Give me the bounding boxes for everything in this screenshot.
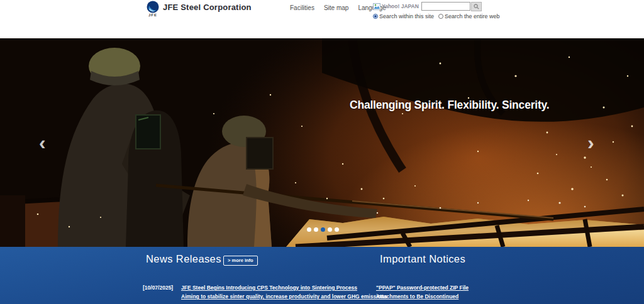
search-scope-label-web[interactable]: Search the entire web <box>445 13 500 19</box>
carousel-next-arrow[interactable]: › <box>587 133 594 153</box>
hero-headline: Challenging Spirit. Flexibility. Sinceri… <box>350 99 549 112</box>
jfe-globe-icon <box>147 1 159 13</box>
search-scope-radio-web[interactable] <box>438 14 443 19</box>
search-scope-radio-site[interactable] <box>373 14 378 19</box>
news-item-link-line1[interactable]: JFE Steel Begins Introducing CPS Technol… <box>181 283 387 292</box>
carousel-dot-5[interactable] <box>335 227 339 232</box>
notice-link-ppap[interactable]: "PPAP" Password-protected ZIP File Attac… <box>376 283 499 301</box>
hero-carousel: Challenging Spirit. Flexibility. Sinceri… <box>0 38 644 247</box>
company-name[interactable]: JFE Steel Corporation <box>163 3 252 12</box>
broken-image-icon <box>373 3 380 10</box>
news-item-link-line2[interactable]: Aiming to stabilize sinter quality, incr… <box>181 292 387 301</box>
sitemap-link[interactable]: Site map <box>324 4 348 11</box>
facilities-link[interactable]: Facilities <box>290 4 314 11</box>
news-and-notices-band: News Releases > more info [10/07/2025] J… <box>0 247 644 304</box>
carousel-prev-arrow[interactable]: ‹ <box>39 133 46 153</box>
search-input[interactable] <box>421 2 470 11</box>
more-info-button[interactable]: > more info <box>223 256 258 266</box>
search-scope-label-site[interactable]: Search within this site <box>379 13 434 19</box>
news-item: [10/07/2025] JFE Steel Begins Introducin… <box>143 283 387 301</box>
yahoo-japan-alt-text: Yahoo! JAPAN <box>382 3 419 9</box>
jfe-logo-text: JFE <box>147 13 159 17</box>
search-button[interactable] <box>471 2 482 11</box>
carousel-dot-2[interactable] <box>314 227 318 232</box>
search-scope-options: Search within this site Search the entir… <box>373 13 503 19</box>
news-item-date: [10/07/2025] <box>143 283 179 292</box>
search-icon <box>474 4 479 9</box>
news-releases-title: News Releases <box>146 253 221 265</box>
carousel-dot-1[interactable] <box>307 227 311 232</box>
steelworks-photo <box>0 38 644 247</box>
carousel-dot-3[interactable] <box>321 227 325 232</box>
site-header: JFE JFE Steel Corporation Facilities Sit… <box>0 0 644 38</box>
carousel-dot-4[interactable] <box>328 227 332 232</box>
jfe-logo[interactable]: JFE <box>147 1 163 18</box>
utility-links: Facilities Site map Language <box>290 4 386 11</box>
site-search: Yahoo! JAPAN Search within this site Sea… <box>373 1 503 19</box>
carousel-dots <box>307 227 339 232</box>
important-notices-title: Important Notices <box>380 253 465 265</box>
